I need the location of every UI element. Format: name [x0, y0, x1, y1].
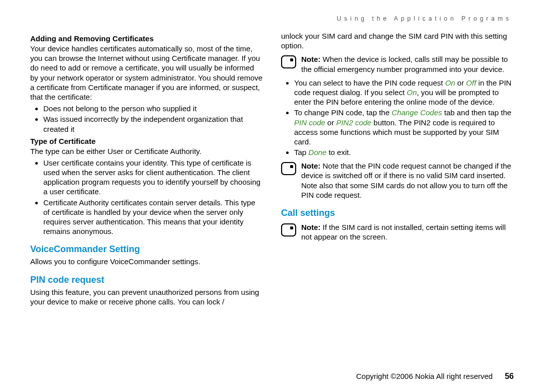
list-item: Was issued incorrectly by the independen… — [43, 114, 263, 133]
page-number: 56 — [505, 372, 514, 381]
note-label: Note: — [301, 55, 320, 63]
text-fragment: You can select to have the PIN code requ… — [294, 79, 445, 87]
svg-rect-3 — [290, 165, 293, 168]
paragraph: Using this feature, you can prevent unau… — [30, 287, 263, 306]
inline-off: Off — [466, 79, 476, 87]
bullet-list: Does not belong to the person who suppli… — [30, 104, 263, 134]
paragraph: Allows you to configure VoiceCommander s… — [30, 257, 263, 266]
section-pin-code: PIN code request — [30, 275, 263, 285]
document-page: Using the Application Programs Adding an… — [0, 0, 544, 392]
svg-rect-2 — [282, 163, 296, 175]
right-column: unlock your SIM card and change the SIM … — [281, 31, 514, 308]
inline-done: Done — [308, 148, 326, 156]
list-item: User certificate contains your identity.… — [43, 158, 263, 197]
note-icon — [281, 162, 296, 177]
footer: Copyright ©2006 Nokia All right reserved… — [356, 372, 514, 381]
text-fragment: tab and then tap the — [442, 108, 512, 117]
inline-pin-code: PIN code — [294, 118, 325, 127]
inline-on: On — [445, 79, 455, 87]
section-call-settings: Call settings — [281, 208, 514, 218]
list-item: Certificate Authority certificates conta… — [43, 198, 263, 237]
paragraph: Your device handles certificates automat… — [30, 44, 263, 102]
list-item: Tap Done to exit. — [294, 147, 514, 157]
note-block: Note: When the device is locked, calls s… — [281, 54, 514, 73]
text-fragment: Tap — [294, 148, 308, 156]
note-body: When the device is locked, calls still m… — [301, 55, 508, 73]
note-text: Note: Note that the PIN code request can… — [301, 161, 514, 200]
inline-pin2-code: PIN2 code — [336, 118, 371, 127]
section-voicecommander: VoiceCommander Setting — [30, 244, 263, 255]
two-column-layout: Adding and Removing Certificates Your de… — [30, 31, 514, 308]
svg-rect-0 — [282, 56, 296, 68]
note-icon — [281, 223, 296, 239]
text-fragment: or — [455, 79, 466, 87]
list-item: To change PIN code, tap the Change Codes… — [294, 108, 514, 146]
note-label: Note: — [301, 223, 320, 231]
bullet-list: You can select to have the PIN code requ… — [281, 78, 514, 158]
text-fragment: or — [325, 118, 336, 127]
inline-change-codes: Change Codes — [391, 108, 442, 117]
copyright-text: Copyright ©2006 Nokia All right reserved — [356, 372, 493, 380]
list-item: You can select to have the PIN code requ… — [294, 78, 514, 107]
note-text: Note: If the SIM card is not installed, … — [301, 222, 514, 242]
svg-rect-1 — [290, 58, 293, 61]
subheading-type-cert: Type of Certificate — [30, 137, 263, 145]
subheading-adding-removing: Adding and Removing Certificates — [30, 34, 263, 43]
note-body: If the SIM card is not installed, certai… — [301, 223, 506, 241]
note-block: Note: Note that the PIN code request can… — [281, 161, 514, 200]
note-label: Note: — [301, 162, 320, 170]
text-fragment: to exit. — [326, 148, 351, 156]
svg-rect-4 — [282, 224, 296, 236]
running-header: Using the Application Programs — [30, 15, 514, 22]
paragraph: unlock your SIM card and change the SIM … — [281, 31, 514, 50]
note-block: Note: If the SIM card is not installed, … — [281, 222, 514, 242]
left-column: Adding and Removing Certificates Your de… — [30, 31, 263, 308]
bullet-list: User certificate contains your identity.… — [30, 158, 263, 237]
note-icon — [281, 55, 296, 70]
inline-on: On — [406, 88, 417, 97]
note-body: Note that the PIN code request cannot be… — [301, 162, 511, 199]
list-item: Does not belong to the person who suppli… — [43, 104, 263, 113]
paragraph: The type can be either User or Certifica… — [30, 146, 263, 156]
svg-rect-5 — [290, 226, 293, 229]
text-fragment: To change PIN code, tap the — [294, 108, 391, 117]
note-text: Note: When the device is locked, calls s… — [301, 54, 514, 73]
